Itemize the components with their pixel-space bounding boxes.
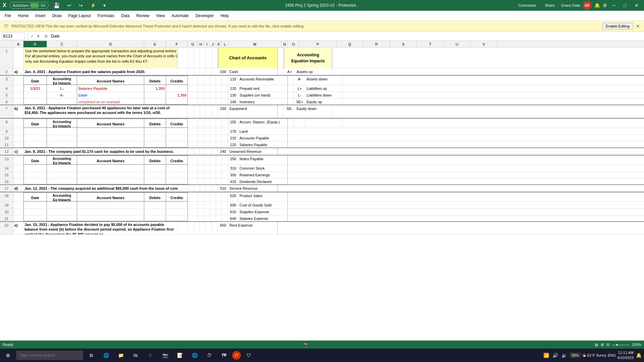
cell-k2[interactable] [206,68,212,75]
cell-e5-debit[interactable] [144,92,166,98]
cell-i10[interactable] [204,135,210,141]
col-header-g[interactable]: G [188,41,198,47]
cell-d20[interactable] [77,208,144,215]
close-button[interactable]: ✕ [632,2,641,9]
cell-i9[interactable] [204,128,210,134]
cell-j18[interactable] [210,192,216,201]
cell-i2[interactable] [194,68,200,75]
cell-j8[interactable] [210,119,216,128]
cell-d19[interactable] [77,202,144,208]
cell-j2[interactable] [200,68,206,75]
cell-l22[interactable] [212,222,218,234]
cell-k13[interactable] [216,156,222,165]
cell-l11[interactable] [222,141,228,147]
cell-g14[interactable] [188,165,198,171]
cell-c10[interactable] [47,135,77,141]
search-input[interactable] [16,351,83,360]
menu-file[interactable]: File [1,12,14,19]
cell-k22[interactable] [206,222,212,234]
cell-g17[interactable] [178,185,188,191]
menu-view[interactable]: View [153,12,168,19]
cell-c14[interactable] [47,165,77,171]
cell-k10[interactable] [216,135,222,141]
close-protected-bar-button[interactable]: ✕ [636,23,640,29]
cell-a19[interactable] [13,202,23,208]
cell-l2[interactable] [212,68,218,75]
cell-h8[interactable] [198,119,204,128]
cell-k20[interactable] [216,208,222,215]
menu-developer[interactable]: Developer [192,12,217,19]
maximize-button[interactable]: □ [621,2,629,9]
cell-c20[interactable] [47,208,77,215]
cell-e19[interactable] [144,202,166,208]
cell-g19[interactable] [188,202,198,208]
cell-b21[interactable] [23,215,47,221]
cell-j15[interactable] [210,172,216,178]
cell-n1[interactable] [278,48,284,68]
cell-k3[interactable] [216,76,222,85]
cell-h1[interactable] [188,48,194,68]
menu-data[interactable]: Data [118,12,133,19]
cell-l7[interactable] [212,105,218,118]
check-icon[interactable]: ✓ [31,34,34,39]
cell-k5[interactable] [216,92,222,98]
cell-n4[interactable] [288,85,294,92]
cell-a9[interactable] [13,128,23,134]
cell-f10[interactable] [166,135,188,141]
normal-view-icon[interactable]: ▤ [595,343,598,347]
cell-g2[interactable] [178,68,188,75]
cell-a3[interactable] [13,76,23,85]
cell-b20[interactable] [23,208,47,215]
menu-page-layout[interactable]: Page Layout [65,12,94,19]
cell-n2[interactable] [278,68,284,75]
cancel-formula-icon[interactable]: ✕ [35,34,41,39]
cell-i3[interactable] [204,76,210,85]
comments-button[interactable]: Comments [515,2,540,9]
cell-i16[interactable] [204,178,210,184]
cell-d9[interactable] [77,128,144,134]
cell-g15[interactable] [188,172,198,178]
menu-review[interactable]: Review [133,12,153,19]
cell-a8[interactable] [13,119,23,128]
cell-i18[interactable] [204,192,210,201]
redo-button[interactable]: ↪ [76,2,86,9]
cell-h20[interactable] [198,208,204,215]
col-header-f[interactable]: F [166,41,188,47]
autosave-badge[interactable]: AutoSave On [10,2,49,9]
snagit-button[interactable]: 📷 [158,349,172,362]
cell-i8[interactable] [204,119,210,128]
cell-l21[interactable] [222,215,228,221]
cell-n8[interactable] [288,119,294,128]
cell-g16[interactable] [188,178,198,184]
cell-e16[interactable] [144,178,166,184]
cell-e14[interactable] [144,165,166,171]
cell-k14[interactable] [216,165,222,171]
more-commands-button[interactable]: ⚡ [88,2,99,9]
file-explorer-button[interactable]: 📁 [114,349,127,362]
cell-h11[interactable] [198,141,204,147]
antivirus-button[interactable]: 🛡 [242,349,256,362]
cell-i22[interactable] [194,222,200,234]
cell-l4[interactable] [222,85,228,92]
cell-g8[interactable] [188,119,198,128]
cell-k1[interactable] [206,48,212,68]
cell-i4[interactable] [204,85,210,92]
cell-g7[interactable] [178,105,188,118]
cell-f19[interactable] [166,202,188,208]
cell-j22[interactable] [200,222,206,234]
cell-g11[interactable] [188,141,198,147]
cell-a15[interactable] [13,172,23,178]
cell-d16[interactable] [77,178,144,184]
cell-e6[interactable] [144,99,166,105]
cell-e20[interactable] [144,208,166,215]
cell-l17[interactable] [212,185,218,191]
cell-i17[interactable] [194,185,200,191]
formula-input[interactable] [51,34,643,39]
cell-h5[interactable] [198,92,204,98]
cell-h13[interactable] [198,156,204,165]
cell-i21[interactable] [204,215,210,221]
minimize-button[interactable]: ─ [610,2,619,9]
cell-f14[interactable] [166,165,188,171]
col-header-m[interactable]: M [228,41,282,47]
timer-button[interactable]: ⏱ [203,349,216,362]
